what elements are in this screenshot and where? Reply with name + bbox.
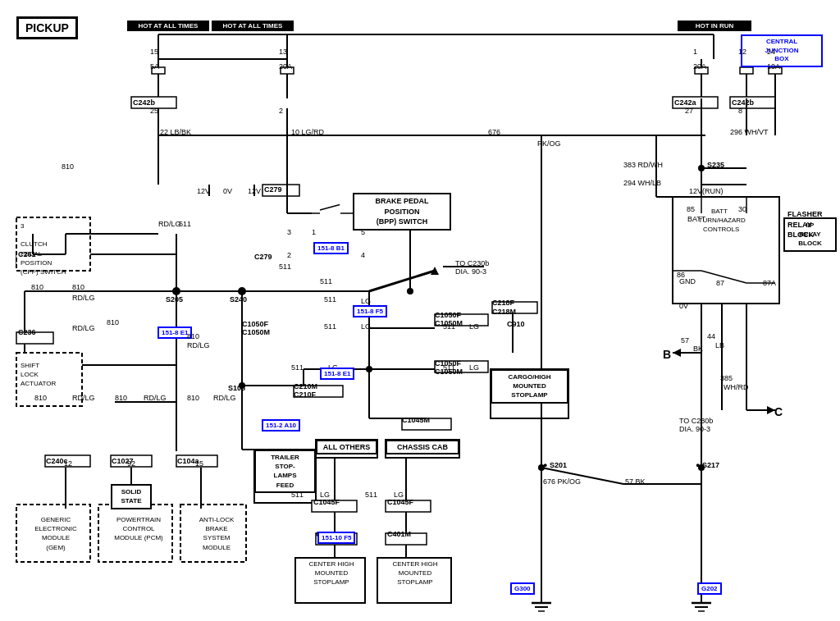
wire-810-4: 810 [34, 394, 47, 402]
wire-511-top: 511 [179, 220, 191, 228]
wire-810-6: 810 [187, 394, 199, 402]
s217: ● S217 [696, 461, 719, 469]
gem-12: 12 [64, 459, 72, 468]
pcm-label: POWERTRAINCONTROLMODULE (PCM) [105, 515, 172, 543]
c1050m-1: C1050M [435, 319, 463, 327]
c242b-right: C242b [732, 98, 754, 107]
c210f: C210F [294, 390, 316, 399]
hot-box-3: HOT IN RUN [678, 21, 751, 31]
s108: S108 [228, 384, 245, 392]
c1050f-2: C1050F [242, 320, 268, 328]
wire-rdlg-4: RD/LG [72, 394, 95, 402]
svg-point-144 [366, 366, 372, 372]
wire-pkog: PK/OG [537, 139, 561, 148]
wire-25: 25 [150, 107, 158, 115]
wire-15: 15 [150, 48, 158, 56]
abs-15: 15 [195, 459, 203, 468]
wire-676-pkog: 676 [488, 128, 500, 136]
wire-lb: LB [715, 341, 724, 349]
c1050f-3: C1050F [435, 359, 461, 368]
wire-810-3: 810 [187, 332, 199, 340]
blue-151-8-b1: 151-8 B1 [313, 242, 349, 254]
wire-810-2: 810 [31, 283, 43, 291]
wire-1-20a-label: 20A [693, 62, 706, 71]
wire-57-bk: 57 BK [625, 477, 646, 486]
wire-383-rdwh: 383 RD/WH [623, 161, 663, 169]
c1050m-2: C1050M [242, 328, 270, 336]
label-12v-run: 12V(RUN) [689, 187, 724, 195]
abs-label: ANTI-LOCKBRAKESYSTEMMODULE [185, 515, 249, 552]
pin-87a: 87A [763, 279, 776, 287]
wire-8: 8 [738, 107, 742, 115]
wire-676-pkog-bottom: 676 PK/OG [543, 477, 581, 486]
hot-box-1: HOT AT ALL TIMES [127, 21, 209, 31]
s205: S205 [166, 295, 183, 304]
solid-state-box: SOLIDSTATE [111, 484, 152, 509]
chassis-cab-box: CHASSIS CAB [386, 440, 459, 454]
wire-lg-5: LG [469, 363, 479, 372]
switch-2: 2 [287, 251, 291, 259]
c910: C910 [507, 320, 525, 328]
center-high-all: CENTER HIGHMOUNTEDSTOPLAMP [298, 559, 365, 587]
label-0v-box: 0V [679, 302, 688, 310]
c218f: C218F [492, 299, 514, 307]
s240: S240 [230, 295, 247, 304]
wire-296-whvt: 296 WH/VT [730, 128, 769, 136]
wire-2: 2 [279, 107, 283, 115]
wire-385: 385 [720, 374, 733, 382]
wire-1-20a: 1 [693, 48, 697, 56]
to-c230b-1: TO C230bDIA. 90-3 [455, 259, 489, 276]
wire-lg-3: LG [469, 322, 479, 331]
gem-label: GENERICELECTRONICMODULE(GEM) [23, 515, 89, 552]
s235: S235 [707, 161, 724, 169]
blue-151-8-e1-right: 151-8 E1 [320, 368, 354, 380]
wire-511-bottom-1: 511 [291, 491, 304, 499]
wire-511-1: 511 [279, 263, 291, 271]
wire-10a: 10A [767, 62, 780, 71]
wire-12: 12 [738, 48, 746, 56]
label-12v-2: 12V [248, 187, 261, 195]
label-gnd: GND [679, 277, 696, 285]
c1050m-3: C1050M [435, 368, 463, 376]
c1050f-1: C1050F [435, 311, 461, 319]
flasher-relay-label: FLASHERRELAYBLOCK [788, 209, 823, 240]
center-high-chassis: CENTER HIGHMOUNTEDSTOPLAMP [379, 559, 451, 587]
c242a: C242a [674, 98, 696, 107]
pcm-92: 92 [127, 459, 135, 468]
svg-marker-111 [673, 349, 681, 357]
c279: C279 [264, 185, 282, 194]
wire-rdlg-2: RD/LG [72, 324, 95, 332]
label-0v: 0V [223, 187, 232, 195]
hot-box-2: HOT AT ALL TIMES [212, 21, 294, 31]
wire-511-4: 511 [291, 363, 304, 372]
trailer-stoplamps-box: TRAILERSTOP-LAMPSFEED [254, 450, 316, 493]
s201: ● S201 [543, 461, 567, 469]
c401m: C401M [387, 530, 411, 538]
cargo-high-stoplamp: CARGO/HIGHMOUNTEDSTOPLAMP [491, 369, 568, 404]
wiring-diagram: PICKUP HOT AT ALL TIMES HOT AT ALL TIMES… [0, 0, 840, 621]
blue-g300: G300 [510, 582, 535, 595]
c279-2: C279 [254, 253, 272, 261]
arrow-b: B [663, 348, 671, 361]
wire-bk-2: BK [693, 345, 703, 353]
wire-511-2: 511 [324, 322, 336, 331]
wire-810-top: 810 [62, 162, 74, 171]
wire-810-rdlg-2: 810 [107, 318, 119, 326]
wire-lg-2: LG [361, 322, 371, 331]
wire-lg-1: LG [361, 297, 371, 305]
shift-lock-label: SHIFTLOCKACTUATOR [21, 361, 56, 389]
wire-57-bk-2: 57 [681, 336, 689, 345]
wire-whrd: WH/RD [724, 383, 749, 391]
wire-810-5: 810 [115, 394, 127, 402]
wire-810-1: 810 [72, 283, 84, 291]
c1045m: C1045M [402, 416, 430, 424]
c236: C236 [18, 328, 36, 336]
wire-20a: 20A [279, 62, 292, 71]
switch-4: 4 [361, 251, 365, 259]
all-others-box: ALL OTHERS [316, 440, 377, 454]
pin-87: 87 [716, 279, 724, 287]
switch-3: 3 [287, 228, 291, 236]
label-12v-1: 12V [197, 187, 210, 195]
wire-rdlg-3: RD/LG [187, 341, 210, 349]
svg-line-47 [369, 271, 435, 291]
